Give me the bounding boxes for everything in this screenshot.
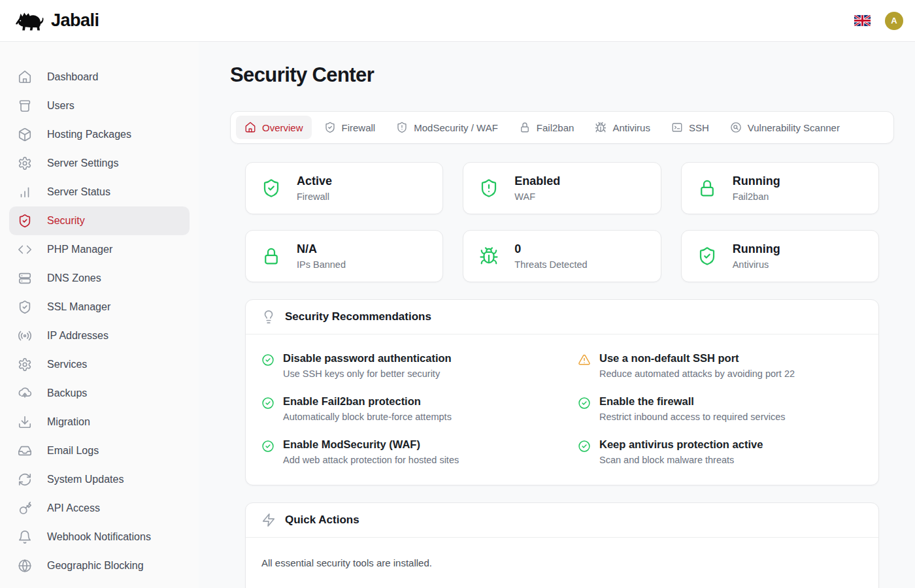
tab-label: ModSecurity / WAF [414, 122, 498, 133]
tab-label: Antivirus [612, 122, 650, 133]
brand-name: Jabali [51, 10, 99, 31]
recommendation-text: Enable ModSecurity (WAF)Add web attack p… [283, 438, 459, 465]
bug-icon [479, 246, 499, 266]
shield-check-icon [324, 122, 336, 133]
recommendation-title: Keep antivirus protection active [599, 438, 763, 451]
sidebar-item-email-logs[interactable]: Email Logs [9, 436, 190, 465]
tab-vulnerability-scanner[interactable]: Vulnerability Scanner [722, 116, 848, 139]
status-value: Active [297, 174, 332, 188]
tab-label: SSH [689, 122, 709, 133]
sidebar-item-label: Webhook Notifications [47, 531, 151, 543]
recommendation-title: Enable Fail2ban protection [283, 395, 452, 408]
circle-check-icon [261, 397, 274, 410]
recommendation-description: Automatically block brute-force attempts [283, 412, 452, 422]
sidebar-item-dashboard[interactable]: Dashboard [9, 63, 190, 91]
tab-firewall[interactable]: Firewall [316, 116, 384, 139]
recommendation-title: Use a non-default SSH port [599, 352, 795, 365]
sidebar-item-backups[interactable]: Backups [9, 379, 190, 408]
sidebar-item-server-status[interactable]: Server Status [9, 178, 190, 206]
recommendation-description: Reduce automated attacks by avoiding por… [599, 368, 795, 379]
header-right: A [854, 12, 903, 30]
status-card-threats-detected: 0Threats Detected [463, 230, 661, 282]
sidebar-item-migration[interactable]: Migration [9, 408, 190, 436]
lightning-icon [261, 513, 276, 527]
status-value: 0 [514, 242, 587, 256]
recommendations-list: Disable password authenticationUse SSH k… [246, 335, 878, 485]
lock-icon [519, 122, 531, 133]
status-card-text: RunningAntivirus [733, 242, 780, 270]
tab-label: Overview [262, 122, 303, 133]
sidebar-item-label: DNS Zones [47, 272, 101, 284]
uk-flag-icon[interactable] [854, 15, 871, 26]
shield-check-icon [697, 246, 717, 266]
recommendations-header: Security Recommendations [246, 300, 878, 335]
tab-label: Fail2ban [537, 122, 574, 133]
status-value: Running [733, 242, 780, 256]
status-card-grid: ActiveFirewallEnabledWAFRunningFail2banN… [245, 162, 879, 282]
quick-actions-title: Quick Actions [285, 514, 359, 527]
sidebar-item-label: Geographic Blocking [47, 560, 144, 572]
lock-icon [697, 178, 717, 198]
sidebar-item-ip-addresses[interactable]: IP Addresses [9, 321, 190, 350]
shield-check-icon [18, 300, 32, 314]
recommendation-enable-modsecurity-waf: Enable ModSecurity (WAF)Add web attack p… [261, 438, 546, 465]
recommendation-enable-the-firewall: Enable the firewallRestrict inbound acce… [578, 395, 863, 422]
sidebar-item-ssl-manager[interactable]: SSL Manager [9, 293, 190, 321]
sidebar-item-dns-zones[interactable]: DNS Zones [9, 264, 190, 293]
sidebar-item-users[interactable]: Users [9, 91, 190, 120]
sidebar-item-php-manager[interactable]: PHP Manager [9, 235, 190, 264]
quick-actions-panel: Quick Actions All essential security too… [245, 502, 879, 588]
recommendation-disable-password-authentication: Disable password authenticationUse SSH k… [261, 352, 546, 379]
shield-alert-icon [479, 178, 499, 198]
avatar[interactable]: A [885, 12, 903, 30]
tab-antivirus[interactable]: Antivirus [586, 116, 659, 139]
sidebar-item-label: Security [47, 215, 85, 227]
sidebar-item-security[interactable]: Security [9, 206, 190, 235]
sidebar-item-webhook-notifications[interactable]: Webhook Notifications [9, 523, 190, 551]
tab-overview[interactable]: Overview [236, 116, 312, 139]
status-label: WAF [514, 191, 560, 202]
tab-bar: OverviewFirewallModSecurity / WAFFail2ba… [230, 111, 894, 144]
brand[interactable]: Jabali [14, 10, 99, 32]
status-label: Antivirus [733, 259, 780, 270]
sidebar-item-hosting-packages[interactable]: Hosting Packages [9, 120, 190, 149]
app-root: Jabali A DashboardUsersHosting PackagesS… [0, 0, 915, 588]
bug-icon [595, 122, 607, 133]
sidebar-item-api-access[interactable]: API Access [9, 494, 190, 523]
recommendation-text: Enable the firewallRestrict inbound acce… [599, 395, 786, 422]
sidebar-item-services[interactable]: Services [9, 350, 190, 379]
circle-check-icon [261, 440, 274, 453]
status-card-waf: EnabledWAF [463, 162, 661, 214]
sidebar: DashboardUsersHosting PackagesServer Set… [0, 42, 199, 588]
status-card-text: 0Threats Detected [514, 242, 587, 270]
shield-check-icon [18, 214, 32, 228]
terminal-icon [671, 122, 683, 133]
sidebar-item-geographic-blocking[interactable]: Geographic Blocking [9, 551, 190, 580]
recommendation-text: Disable password authenticationUse SSH k… [283, 352, 452, 379]
sidebar-item-label: Hosting Packages [47, 129, 131, 140]
recommendation-title: Enable ModSecurity (WAF) [283, 438, 459, 451]
lock-icon [261, 246, 281, 266]
sidebar-item-label: SSL Manager [47, 301, 110, 313]
security-recommendations-panel: Security Recommendations Disable passwor… [245, 299, 879, 485]
tab-ssh[interactable]: SSH [663, 116, 718, 139]
sidebar-item-label: API Access [47, 502, 100, 514]
sidebar-item-server-settings[interactable]: Server Settings [9, 149, 190, 178]
bell-icon [18, 530, 32, 544]
sidebar-item-system-updates[interactable]: System Updates [9, 465, 190, 494]
status-label: Fail2ban [733, 191, 780, 202]
recommendation-title: Enable the firewall [599, 395, 786, 408]
status-card-text: N/AIPs Banned [297, 242, 346, 270]
sidebar-item-label: Services [47, 359, 87, 370]
page-title: Security Center [230, 63, 894, 87]
sidebar-item-label: Server Status [47, 186, 110, 198]
tab-fail2ban[interactable]: Fail2ban [510, 116, 583, 139]
triangle-alert-icon [578, 353, 591, 367]
recommendations-title: Security Recommendations [285, 310, 431, 323]
recommendation-enable-fail2ban-protection: Enable Fail2ban protectionAutomatically … [261, 395, 546, 422]
recommendation-keep-antivirus-protection-active: Keep antivirus protection activeScan and… [578, 438, 863, 465]
home-icon [244, 122, 256, 133]
settings-icon [18, 156, 32, 171]
tab-modsecurity-waf[interactable]: ModSecurity / WAF [388, 116, 507, 139]
quick-actions-header: Quick Actions [246, 503, 878, 538]
